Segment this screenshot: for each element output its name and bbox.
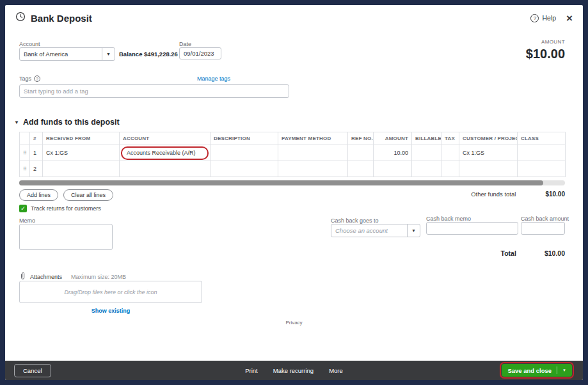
cell-ref-no[interactable]	[348, 145, 374, 161]
horizontal-scrollbar	[19, 180, 565, 185]
header-actions: ? Help ×	[530, 13, 573, 24]
add-funds-section-toggle[interactable]: ▼ Add funds to this deposit	[14, 118, 120, 127]
save-and-close-button[interactable]: Save and close ▼	[502, 364, 572, 377]
privacy-link[interactable]: Privacy	[5, 320, 583, 326]
cell-class[interactable]	[518, 161, 566, 177]
bank-deposit-page: Bank Deposit ? Help × Account Bank of Am…	[5, 5, 583, 380]
close-icon[interactable]: ×	[566, 13, 573, 24]
manage-tags-link[interactable]: Manage tags	[197, 75, 230, 82]
date-input[interactable]	[179, 47, 221, 59]
tags-label: Tags	[19, 75, 31, 82]
cash-back-account-select[interactable]: Choose an account ▼	[331, 224, 420, 237]
other-funds-total-row: Other funds total $10.00	[471, 191, 565, 198]
cell-account[interactable]: Accounts Receivable (A/R)	[120, 145, 211, 161]
collapse-arrow-icon: ▼	[14, 120, 19, 125]
add-lines-button[interactable]: Add lines	[19, 189, 58, 201]
table-row: ⠿ 1 Cx 1:GS Accounts Receivable (A/R) 10…	[20, 145, 566, 161]
col-header-class: CLASS	[518, 132, 566, 145]
account-balance: Balance $491,228.26	[119, 51, 178, 58]
tags-label-wrap: Tags ?	[19, 75, 40, 82]
drag-handle-icon[interactable]: ⠿	[23, 150, 26, 156]
cash-back-amount-input[interactable]	[521, 222, 565, 235]
cell-payment-method[interactable]	[278, 145, 348, 161]
tags-input[interactable]	[19, 84, 289, 98]
col-header-drag	[20, 132, 30, 145]
print-button[interactable]: Print	[245, 367, 258, 374]
save-and-close-label: Save and close	[507, 367, 552, 374]
deposit-lines-table: # RECEIVED FROM ACCOUNT DESCRIPTION PAYM…	[19, 132, 566, 177]
cancel-button[interactable]: Cancel	[14, 364, 51, 377]
attachments-label: Attachments	[30, 274, 62, 280]
track-returns-label: Track returns for customers	[31, 205, 101, 212]
cell-amount[interactable]: 10.00	[374, 145, 412, 161]
drag-handle-icon[interactable]: ⠿	[23, 166, 26, 172]
footer-bar: Cancel Print Make recurring More Save an…	[5, 361, 583, 380]
table-row: ⠿ 2	[20, 161, 566, 177]
track-returns-checkbox-row[interactable]: ✓ Track returns for customers	[19, 205, 101, 212]
help-icon: ?	[530, 14, 539, 22]
show-existing-link[interactable]: Show existing	[19, 307, 202, 314]
page-header: Bank Deposit ? Help ×	[5, 5, 583, 31]
col-header-account: ACCOUNT	[120, 132, 211, 145]
attachments-dropzone[interactable]: Drag/Drop files here or click the icon	[19, 281, 202, 303]
cell-drag: ⠿	[20, 145, 30, 161]
memo-textarea[interactable]	[19, 224, 113, 250]
cell-ref-no[interactable]	[348, 161, 374, 177]
cell-class[interactable]	[518, 145, 566, 161]
cell-customer-project[interactable]: Cx 1:GS	[459, 145, 518, 161]
page-title: Bank Deposit	[31, 13, 92, 24]
tags-info-icon[interactable]: ?	[34, 75, 40, 82]
chevron-down-icon: ▼	[102, 48, 115, 60]
total-value: $10.00	[544, 249, 565, 257]
amount-value: $10.00	[526, 47, 565, 61]
paperclip-icon	[19, 272, 26, 281]
col-header-num: #	[30, 132, 43, 145]
col-header-amount: AMOUNT	[374, 132, 412, 145]
cell-amount[interactable]	[374, 161, 412, 177]
cell-received-from[interactable]	[43, 161, 120, 177]
dropzone-text: Drag/Drop files here or click the icon	[64, 289, 157, 295]
amount-summary: AMOUNT $10.00	[526, 39, 565, 61]
chevron-down-icon[interactable]: ▼	[562, 368, 566, 372]
col-header-tax: TAX	[441, 132, 459, 145]
account-select-value: Bank of America	[20, 48, 102, 60]
cell-tax[interactable]	[441, 161, 459, 177]
window-frame: Bank Deposit ? Help × Account Bank of Am…	[0, 0, 588, 385]
chevron-down-icon: ▼	[407, 224, 420, 237]
cell-billable[interactable]	[412, 145, 441, 161]
cell-customer-project[interactable]	[459, 161, 518, 177]
col-header-received-from: RECEIVED FROM	[43, 132, 120, 145]
more-button[interactable]: More	[329, 367, 343, 374]
annotation-highlight-box: Accounts Receivable (A/R)	[121, 146, 209, 160]
table-header-row: # RECEIVED FROM ACCOUNT DESCRIPTION PAYM…	[20, 132, 566, 145]
col-header-description: DESCRIPTION	[211, 132, 278, 145]
help-label: Help	[542, 14, 556, 22]
account-cell-value: Accounts Receivable (A/R)	[127, 150, 196, 156]
attachments-header: Attachments Maximum size: 20MB	[19, 272, 126, 281]
cell-description[interactable]	[211, 145, 278, 161]
cell-payment-method[interactable]	[278, 161, 348, 177]
checkbox-checked-icon[interactable]: ✓	[19, 205, 27, 212]
cash-back-memo-label: Cash back memo	[426, 216, 471, 222]
attachments-max-size: Maximum size: 20MB	[71, 274, 126, 280]
main-content: Account Bank of America ▼ Balance $491,2…	[5, 31, 583, 361]
cash-back-memo-input[interactable]	[426, 222, 518, 235]
scrollbar-thumb[interactable]	[19, 180, 543, 185]
account-select[interactable]: Bank of America ▼	[19, 47, 115, 61]
memo-label: Memo	[19, 217, 35, 224]
cell-account[interactable]	[120, 161, 211, 177]
other-funds-total-label: Other funds total	[471, 191, 516, 198]
cash-back-account-placeholder: Choose an account	[331, 224, 407, 237]
make-recurring-button[interactable]: Make recurring	[273, 367, 314, 374]
help-button[interactable]: ? Help	[530, 14, 556, 22]
cell-row-number: 1	[30, 145, 43, 161]
cell-description[interactable]	[211, 161, 278, 177]
clear-all-lines-button[interactable]: Clear all lines	[63, 189, 113, 201]
total-row: Total $10.00	[501, 249, 565, 257]
cell-drag: ⠿	[20, 161, 30, 177]
cell-billable[interactable]	[412, 161, 441, 177]
col-header-payment-method: PAYMENT METHOD	[278, 132, 348, 145]
line-buttons: Add lines Clear all lines	[19, 189, 113, 201]
cell-tax[interactable]	[441, 145, 459, 161]
cell-received-from[interactable]: Cx 1:GS	[43, 145, 120, 161]
